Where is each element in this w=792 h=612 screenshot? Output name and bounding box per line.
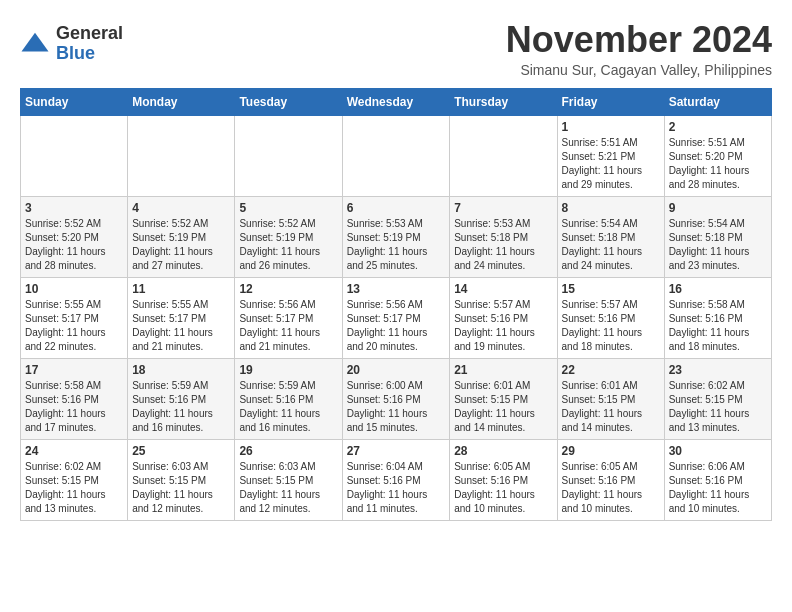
week-row-1: 1Sunrise: 5:51 AMSunset: 5:21 PMDaylight… xyxy=(21,115,772,196)
day-cell xyxy=(342,115,450,196)
day-number: 17 xyxy=(25,363,123,377)
day-cell: 17Sunrise: 5:58 AMSunset: 5:16 PMDayligh… xyxy=(21,358,128,439)
day-number: 16 xyxy=(669,282,767,296)
day-info: Sunrise: 6:00 AMSunset: 5:16 PMDaylight:… xyxy=(347,379,446,435)
day-info: Sunrise: 6:01 AMSunset: 5:15 PMDaylight:… xyxy=(562,379,660,435)
day-number: 19 xyxy=(239,363,337,377)
day-info: Sunrise: 6:05 AMSunset: 5:16 PMDaylight:… xyxy=(562,460,660,516)
page-header: General Blue November 2024 Simanu Sur, C… xyxy=(20,20,772,78)
day-cell: 25Sunrise: 6:03 AMSunset: 5:15 PMDayligh… xyxy=(128,439,235,520)
day-number: 7 xyxy=(454,201,552,215)
day-info: Sunrise: 6:03 AMSunset: 5:15 PMDaylight:… xyxy=(239,460,337,516)
day-cell xyxy=(21,115,128,196)
day-info: Sunrise: 6:01 AMSunset: 5:15 PMDaylight:… xyxy=(454,379,552,435)
calendar-table: SundayMondayTuesdayWednesdayThursdayFrid… xyxy=(20,88,772,521)
header-row: SundayMondayTuesdayWednesdayThursdayFrid… xyxy=(21,88,772,115)
day-number: 9 xyxy=(669,201,767,215)
day-info: Sunrise: 5:53 AMSunset: 5:18 PMDaylight:… xyxy=(454,217,552,273)
calendar-body: 1Sunrise: 5:51 AMSunset: 5:21 PMDaylight… xyxy=(21,115,772,520)
day-cell: 23Sunrise: 6:02 AMSunset: 5:15 PMDayligh… xyxy=(664,358,771,439)
day-cell: 3Sunrise: 5:52 AMSunset: 5:20 PMDaylight… xyxy=(21,196,128,277)
day-info: Sunrise: 5:51 AMSunset: 5:20 PMDaylight:… xyxy=(669,136,767,192)
day-cell: 28Sunrise: 6:05 AMSunset: 5:16 PMDayligh… xyxy=(450,439,557,520)
day-info: Sunrise: 5:59 AMSunset: 5:16 PMDaylight:… xyxy=(239,379,337,435)
day-info: Sunrise: 6:06 AMSunset: 5:16 PMDaylight:… xyxy=(669,460,767,516)
day-number: 25 xyxy=(132,444,230,458)
day-number: 15 xyxy=(562,282,660,296)
day-cell xyxy=(235,115,342,196)
day-number: 20 xyxy=(347,363,446,377)
day-number: 18 xyxy=(132,363,230,377)
day-info: Sunrise: 6:04 AMSunset: 5:16 PMDaylight:… xyxy=(347,460,446,516)
day-number: 14 xyxy=(454,282,552,296)
day-number: 26 xyxy=(239,444,337,458)
subtitle: Simanu Sur, Cagayan Valley, Philippines xyxy=(506,62,772,78)
day-cell: 22Sunrise: 6:01 AMSunset: 5:15 PMDayligh… xyxy=(557,358,664,439)
day-number: 12 xyxy=(239,282,337,296)
day-cell: 8Sunrise: 5:54 AMSunset: 5:18 PMDaylight… xyxy=(557,196,664,277)
day-number: 4 xyxy=(132,201,230,215)
logo-icon xyxy=(20,29,50,59)
day-number: 8 xyxy=(562,201,660,215)
day-number: 27 xyxy=(347,444,446,458)
day-info: Sunrise: 5:55 AMSunset: 5:17 PMDaylight:… xyxy=(132,298,230,354)
day-info: Sunrise: 5:58 AMSunset: 5:16 PMDaylight:… xyxy=(669,298,767,354)
header-day-thursday: Thursday xyxy=(450,88,557,115)
logo-general: General xyxy=(56,23,123,43)
day-cell: 5Sunrise: 5:52 AMSunset: 5:19 PMDaylight… xyxy=(235,196,342,277)
day-number: 28 xyxy=(454,444,552,458)
day-info: Sunrise: 5:51 AMSunset: 5:21 PMDaylight:… xyxy=(562,136,660,192)
day-cell: 18Sunrise: 5:59 AMSunset: 5:16 PMDayligh… xyxy=(128,358,235,439)
calendar-header: SundayMondayTuesdayWednesdayThursdayFrid… xyxy=(21,88,772,115)
day-number: 24 xyxy=(25,444,123,458)
day-info: Sunrise: 5:59 AMSunset: 5:16 PMDaylight:… xyxy=(132,379,230,435)
day-info: Sunrise: 5:52 AMSunset: 5:19 PMDaylight:… xyxy=(239,217,337,273)
day-cell: 2Sunrise: 5:51 AMSunset: 5:20 PMDaylight… xyxy=(664,115,771,196)
day-number: 1 xyxy=(562,120,660,134)
day-info: Sunrise: 5:58 AMSunset: 5:16 PMDaylight:… xyxy=(25,379,123,435)
day-info: Sunrise: 5:56 AMSunset: 5:17 PMDaylight:… xyxy=(347,298,446,354)
day-info: Sunrise: 6:02 AMSunset: 5:15 PMDaylight:… xyxy=(25,460,123,516)
day-number: 2 xyxy=(669,120,767,134)
day-cell: 19Sunrise: 5:59 AMSunset: 5:16 PMDayligh… xyxy=(235,358,342,439)
day-cell: 21Sunrise: 6:01 AMSunset: 5:15 PMDayligh… xyxy=(450,358,557,439)
header-day-tuesday: Tuesday xyxy=(235,88,342,115)
day-info: Sunrise: 5:57 AMSunset: 5:16 PMDaylight:… xyxy=(454,298,552,354)
day-cell: 15Sunrise: 5:57 AMSunset: 5:16 PMDayligh… xyxy=(557,277,664,358)
logo: General Blue xyxy=(20,24,123,64)
day-info: Sunrise: 5:56 AMSunset: 5:17 PMDaylight:… xyxy=(239,298,337,354)
day-number: 6 xyxy=(347,201,446,215)
day-info: Sunrise: 5:57 AMSunset: 5:16 PMDaylight:… xyxy=(562,298,660,354)
week-row-4: 17Sunrise: 5:58 AMSunset: 5:16 PMDayligh… xyxy=(21,358,772,439)
day-cell: 16Sunrise: 5:58 AMSunset: 5:16 PMDayligh… xyxy=(664,277,771,358)
day-info: Sunrise: 5:52 AMSunset: 5:19 PMDaylight:… xyxy=(132,217,230,273)
day-number: 10 xyxy=(25,282,123,296)
week-row-5: 24Sunrise: 6:02 AMSunset: 5:15 PMDayligh… xyxy=(21,439,772,520)
day-number: 5 xyxy=(239,201,337,215)
month-title: November 2024 xyxy=(506,20,772,60)
week-row-3: 10Sunrise: 5:55 AMSunset: 5:17 PMDayligh… xyxy=(21,277,772,358)
day-number: 29 xyxy=(562,444,660,458)
day-number: 13 xyxy=(347,282,446,296)
day-cell: 11Sunrise: 5:55 AMSunset: 5:17 PMDayligh… xyxy=(128,277,235,358)
day-cell: 9Sunrise: 5:54 AMSunset: 5:18 PMDaylight… xyxy=(664,196,771,277)
day-cell xyxy=(450,115,557,196)
day-number: 21 xyxy=(454,363,552,377)
day-cell: 26Sunrise: 6:03 AMSunset: 5:15 PMDayligh… xyxy=(235,439,342,520)
day-info: Sunrise: 5:53 AMSunset: 5:19 PMDaylight:… xyxy=(347,217,446,273)
day-cell: 20Sunrise: 6:00 AMSunset: 5:16 PMDayligh… xyxy=(342,358,450,439)
header-day-sunday: Sunday xyxy=(21,88,128,115)
day-cell xyxy=(128,115,235,196)
day-number: 30 xyxy=(669,444,767,458)
svg-marker-0 xyxy=(22,33,49,52)
week-row-2: 3Sunrise: 5:52 AMSunset: 5:20 PMDaylight… xyxy=(21,196,772,277)
day-number: 11 xyxy=(132,282,230,296)
day-cell: 27Sunrise: 6:04 AMSunset: 5:16 PMDayligh… xyxy=(342,439,450,520)
day-cell: 12Sunrise: 5:56 AMSunset: 5:17 PMDayligh… xyxy=(235,277,342,358)
day-cell: 6Sunrise: 5:53 AMSunset: 5:19 PMDaylight… xyxy=(342,196,450,277)
header-day-saturday: Saturday xyxy=(664,88,771,115)
title-area: November 2024 Simanu Sur, Cagayan Valley… xyxy=(506,20,772,78)
header-day-monday: Monday xyxy=(128,88,235,115)
day-info: Sunrise: 6:03 AMSunset: 5:15 PMDaylight:… xyxy=(132,460,230,516)
day-number: 3 xyxy=(25,201,123,215)
